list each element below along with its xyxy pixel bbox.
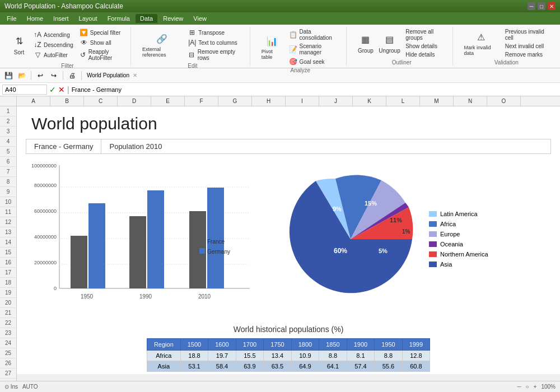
toolbar-print-btn[interactable]: 🖨: [66, 70, 78, 81]
cell-asia-1700: 63.9: [236, 361, 263, 372]
row-num-4: 4: [0, 137, 16, 147]
formula-confirm-btn[interactable]: ✓: [49, 85, 56, 94]
menu-file[interactable]: File: [2, 14, 21, 23]
remove-marks-button[interactable]: Remove marks: [503, 51, 551, 58]
special-filter-button[interactable]: 🔽 Special filter: [78, 28, 126, 37]
autofilter-button[interactable]: ▽ AutoFilter: [31, 50, 76, 59]
col-o-header[interactable]: O: [487, 96, 521, 106]
reapply-button[interactable]: ↺ Reapply AutoFilter: [78, 48, 126, 62]
pie-chart-svg: 60% 9% 15% 11% 5% 1%: [278, 166, 423, 312]
col-f-header[interactable]: F: [185, 96, 218, 106]
menu-layout[interactable]: Layout: [74, 14, 102, 23]
row-num-7: 7: [0, 167, 16, 177]
svg-text:60000000: 60000000: [34, 208, 57, 214]
tab-close-btn[interactable]: ✕: [133, 72, 137, 78]
col-a-header[interactable]: A: [17, 96, 50, 106]
scenario-button[interactable]: 📝 Scenario manager: [287, 43, 342, 56]
zoom-in-btn[interactable]: +: [534, 384, 537, 390]
menu-home[interactable]: Home: [22, 14, 48, 23]
transpose-button[interactable]: ⊞ Transpose: [186, 28, 245, 37]
legend-color-oceania: [429, 241, 437, 247]
cell-reference-input[interactable]: [2, 85, 47, 95]
text-to-columns-button[interactable]: |A| Text to columns: [186, 38, 245, 47]
col-i-header[interactable]: I: [286, 96, 319, 106]
validation-group-content: ⚠ Mark invalid data Previous invalid cel…: [462, 28, 551, 58]
col-l-header[interactable]: L: [386, 96, 420, 106]
col-e-header[interactable]: E: [151, 96, 185, 106]
cell-asia-1750: 63.5: [264, 361, 291, 372]
pivot-icon: 📊: [265, 34, 279, 48]
reapply-icon: ↺: [80, 51, 86, 59]
row-num-22: 22: [0, 318, 16, 328]
maximize-button[interactable]: □: [538, 2, 545, 10]
menu-view[interactable]: View: [189, 14, 211, 23]
toolbar-open-btn[interactable]: 📂: [16, 70, 28, 81]
show-details-button[interactable]: Show details: [403, 43, 447, 50]
zoom-out-btn[interactable]: ─: [517, 384, 521, 390]
zoom-slider[interactable]: ○: [526, 384, 529, 390]
remove-groups-button[interactable]: Remove all groups: [403, 28, 447, 41]
bar-france-1950: [71, 236, 87, 288]
external-refs-button[interactable]: 🔗 External references: [140, 31, 184, 59]
pivot-button[interactable]: 📊 Pivot table: [259, 33, 285, 61]
validation-options: Previous invalid cell Next invalid cell …: [503, 28, 551, 58]
col-m-header[interactable]: M: [420, 96, 454, 106]
next-invalid-button[interactable]: Next invalid cell: [503, 43, 551, 50]
close-button[interactable]: ✕: [548, 2, 556, 10]
row-num-3: 3: [0, 127, 16, 137]
toolbar-undo-btn[interactable]: ↩: [34, 70, 46, 81]
group-button[interactable]: ▦ Group: [356, 32, 376, 55]
remove-empty-button[interactable]: ⊟ Remove empty rows: [186, 48, 245, 62]
zoom-level: 100%: [541, 384, 556, 390]
formula-input[interactable]: [72, 86, 558, 93]
legend-color-africa: [429, 221, 437, 227]
cell-asia-1850: 64.1: [319, 361, 347, 372]
col-b-header[interactable]: B: [50, 96, 84, 106]
descending-button[interactable]: ↓Z Descending: [31, 40, 76, 49]
ascending-button[interactable]: ↑A Ascending: [31, 30, 76, 39]
ungroup-button[interactable]: ▤ Ungroup: [378, 32, 401, 55]
subtitle-left: France - Germany: [26, 139, 101, 153]
outliner-label: Outliner: [392, 59, 412, 66]
row-num-20: 20: [0, 298, 16, 308]
cell-africa-1700: 15.5: [236, 351, 263, 361]
col-h-header[interactable]: H: [252, 96, 286, 106]
menu-data[interactable]: Data: [136, 14, 157, 23]
mark-invalid-button[interactable]: ⚠ Mark invalid data: [462, 29, 501, 57]
row-num-5: 5: [0, 147, 16, 157]
ribbon-group-analyze: 📊 Pivot table 📋 Data consolidation 📝 Sce…: [255, 27, 347, 66]
sort-button[interactable]: ⇅ Sort: [9, 34, 29, 57]
menu-insert[interactable]: Insert: [49, 14, 73, 23]
text-cols-icon: |A|: [188, 39, 196, 46]
toolbar-save-btn[interactable]: 💾: [2, 70, 15, 81]
menu-formula[interactable]: Formula: [103, 14, 134, 23]
col-k-header[interactable]: K: [353, 96, 386, 106]
validation-label: Validation: [494, 59, 519, 66]
goal-seek-button[interactable]: 🎯 Goal seek: [287, 57, 342, 66]
col-c-header[interactable]: C: [84, 96, 118, 106]
formula-cancel-btn[interactable]: ✕: [58, 85, 65, 94]
legend-europe: Europe: [429, 231, 488, 237]
remove-empty-icon: ⊟: [188, 51, 195, 59]
col-n-header[interactable]: N: [454, 96, 487, 106]
data-consolidation-button[interactable]: 📋 Data consolidation: [287, 28, 342, 41]
legend-northern-america: Northern America: [429, 251, 488, 258]
hide-details-button[interactable]: Hide details: [403, 51, 447, 58]
toolbar-redo-btn[interactable]: ↪: [48, 70, 60, 81]
bar-germany-1950: [88, 203, 105, 288]
col-j-header[interactable]: J: [319, 96, 353, 106]
title-row: World population: [26, 109, 551, 139]
menu-review[interactable]: Review: [158, 14, 188, 23]
col-d-header[interactable]: D: [118, 96, 151, 106]
minimize-button[interactable]: ─: [528, 2, 535, 10]
prev-invalid-button[interactable]: Previous invalid cell: [503, 28, 551, 41]
legend-label-africa: Africa: [440, 221, 456, 227]
row-num-23: 23: [0, 328, 16, 338]
svg-text:11%: 11%: [390, 217, 402, 223]
autofilter-icon: ▽: [34, 51, 41, 59]
row-num-16: 16: [0, 258, 16, 268]
main-content: 1 2 3 4 5 6 7 8 9 10 11 12 13 14 15 16 1…: [0, 96, 560, 383]
scenario-icon: 📝: [290, 45, 297, 53]
show-all-button[interactable]: 👁 Show all: [78, 38, 126, 47]
col-g-header[interactable]: G: [218, 96, 252, 106]
